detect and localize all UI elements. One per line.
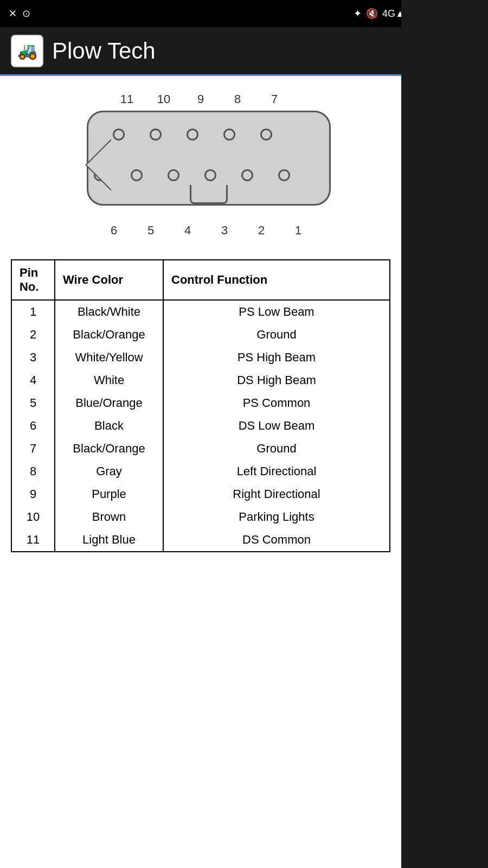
pin-circle-11 [113,129,125,141]
cell-pin-11: 11 [11,528,55,552]
table-row: 3White/YellowPS High Beam [11,346,390,369]
pin-circle-8 [223,129,235,141]
pin-2-label: 2 [243,224,280,238]
side-panel [401,0,488,868]
cell-pin-1: 1 [11,300,55,323]
cell-function-11: DS Common [163,528,390,552]
cell-color-9: Purple [55,483,163,506]
pin-8-label: 8 [219,92,256,106]
pin-circle-7 [260,129,272,141]
app-icon: 🚜 [11,35,43,67]
connector-arrow [87,141,111,189]
cell-function-3: PS High Beam [163,346,390,369]
cell-function-8: Left Directional [163,460,390,483]
cell-color-6: Black [55,414,163,437]
table-row: 4WhiteDS High Beam [11,369,390,392]
cell-pin-3: 3 [11,346,55,369]
cell-pin-2: 2 [11,323,55,346]
bottom-pin-numbers: 6 5 4 3 2 1 [85,224,317,238]
col-wire-header: Wire Color [55,260,163,300]
cell-color-10: Brown [55,506,163,528]
cell-function-5: PS Common [163,392,390,414]
cell-function-10: Parking Lights [163,506,390,528]
cell-pin-4: 4 [11,369,55,392]
cell-color-4: White [55,369,163,392]
table-row: 7Black/OrangeGround [11,437,390,460]
pin-6-label: 6 [95,224,132,238]
pin-5-label: 5 [132,224,169,238]
pin-circle-5 [131,169,143,181]
table-row: 10BrownParking Lights [11,506,390,528]
bluetooth-icon: ✦ [354,8,362,20]
pin-circle-10 [150,129,162,141]
cell-color-5: Blue/Orange [55,392,163,414]
table-row: 5Blue/OrangePS Common [11,392,390,414]
table-row: 11Light BlueDS Common [11,528,390,552]
table-body: 1Black/WhitePS Low Beam2Black/OrangeGrou… [11,300,390,552]
cell-pin-9: 9 [11,483,55,506]
pin-3-label: 3 [206,224,243,238]
cell-function-6: DS Low Beam [163,414,390,437]
col-function-header: Control Function [163,260,390,300]
cell-function-9: Right Directional [163,483,390,506]
pin-4-label: 4 [169,224,206,238]
cell-function-2: Ground [163,323,390,346]
table-row: 2Black/OrangeGround [11,323,390,346]
app-icon-image: 🚜 [17,41,37,60]
cell-color-8: Gray [55,460,163,483]
connector-body [70,111,331,219]
cell-function-1: PS Low Beam [163,300,390,323]
pin-10-label: 10 [145,92,182,106]
top-pin-numbers: 11 10 9 8 7 [108,92,293,106]
connector-shape [87,111,331,206]
cell-color-3: White/Yellow [55,346,163,369]
app-title: Plow Tech [52,38,156,64]
cell-pin-8: 8 [11,460,55,483]
cell-pin-10: 10 [11,506,55,528]
cell-pin-5: 5 [11,392,55,414]
pin-circle-2 [241,169,253,181]
pin-circle-4 [168,169,179,181]
phone-icon: ✕ [9,8,17,20]
pin-1-label: 1 [280,224,317,238]
connector-tab [190,185,228,204]
table-header-row: Pin No. Wire Color Control Function [11,260,390,300]
shield-icon: ⊙ [22,8,30,20]
cell-color-2: Black/Orange [55,323,163,346]
pin-9-label: 9 [182,92,219,106]
main-content: 11 10 9 8 7 [0,76,401,868]
pin-11-label: 11 [108,92,145,106]
pin-table: Pin No. Wire Color Control Function 1Bla… [11,259,390,552]
app-header: 🚜 Plow Tech [0,27,401,76]
cell-color-11: Light Blue [55,528,163,552]
table-row: 8GrayLeft Directional [11,460,390,483]
col-pin-header: Pin No. [11,260,55,300]
cell-color-1: Black/White [55,300,163,323]
cell-function-4: DS High Beam [163,369,390,392]
cell-color-7: Black/Orange [55,437,163,460]
cell-pin-6: 6 [11,414,55,437]
table-row: 6BlackDS Low Beam [11,414,390,437]
status-left: ✕ ⊙ [9,8,30,20]
pin-circle-1 [278,169,290,181]
pin-circle-9 [187,129,198,141]
mute-icon: 🔇 [366,8,378,20]
cell-function-7: Ground [163,437,390,460]
connector-diagram: 11 10 9 8 7 [11,92,390,238]
cell-pin-7: 7 [11,437,55,460]
table-row: 1Black/WhitePS Low Beam [11,300,390,323]
table-row: 9PurpleRight Directional [11,483,390,506]
pin-circle-3 [204,169,216,181]
pin-7-label: 7 [256,92,293,106]
